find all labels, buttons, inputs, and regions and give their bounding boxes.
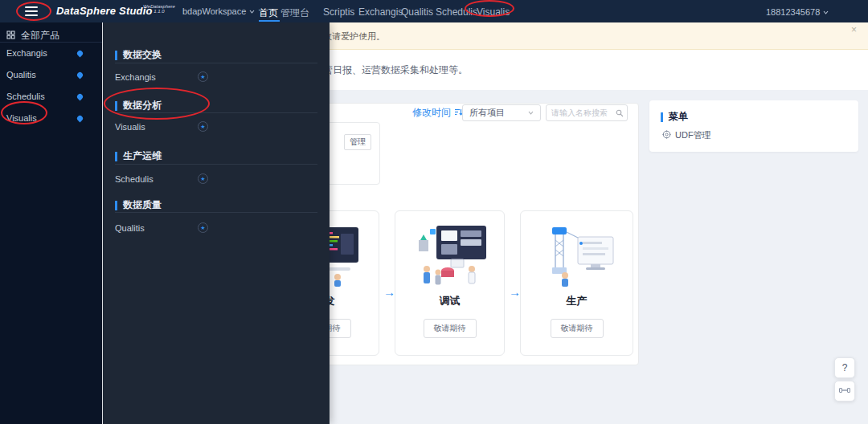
intro-band: 营日报、运营数据采集和处理等。: [330, 50, 868, 90]
user-account-menu[interactable]: 18812345678: [766, 7, 829, 17]
divider: [115, 212, 317, 213]
notice-banner: 敬请爱护使用。 ×: [330, 22, 868, 50]
nav-tab-schedulis[interactable]: Schedulis: [436, 6, 477, 18]
sort-by-modified-control[interactable]: 修改时间: [412, 106, 463, 120]
flyout-item-visualis[interactable]: Visualis ★: [115, 120, 317, 135]
divider: [0, 42, 102, 43]
favorite-star-icon[interactable]: ★: [198, 222, 208, 233]
sidebar-header: 全部产品: [6, 29, 59, 43]
feedback-tool-button[interactable]: [834, 381, 855, 402]
nav-tab-scriptis[interactable]: Scriptis: [323, 6, 354, 18]
workflow-card-label: 生产: [521, 294, 633, 308]
title-accent-bar: [115, 201, 117, 210]
menu-item-label: UDF管理: [675, 129, 711, 141]
divider: [115, 63, 317, 63]
flyout-section-title: 生产运维: [115, 149, 162, 163]
workflow-card-label: 调试: [395, 294, 504, 308]
flyout-section-title: 数据交换: [115, 48, 162, 62]
debug-illustration: [395, 222, 504, 288]
project-filter-value: 所有项目: [469, 107, 505, 119]
nav-tab-qualitis[interactable]: Qualitis: [401, 6, 433, 18]
coming-soon-button[interactable]: 敬请期待: [424, 319, 477, 338]
hamburger-menu-icon[interactable]: [25, 6, 38, 16]
tool-icon: [839, 385, 850, 397]
workflow-card-debug[interactable]: 调试 敬请期待: [395, 210, 505, 356]
sort-label: 修改时间: [412, 106, 451, 120]
flyout-item-exchangis[interactable]: Exchangis ★: [115, 71, 317, 85]
pin-icon[interactable]: [76, 50, 84, 58]
nav-tab-exchangis[interactable]: Exchangis: [358, 6, 403, 18]
close-icon[interactable]: ×: [851, 24, 857, 35]
flyout-section-title: 数据质量: [115, 198, 162, 212]
intro-text: 营日报、运营数据采集和处理等。: [323, 63, 468, 77]
nav-tab-visualis[interactable]: Visualis: [477, 6, 510, 18]
sidebar-item-exchangis[interactable]: Exchangis: [0, 46, 102, 62]
workflow-card-production[interactable]: 生产 敬请期待: [520, 210, 633, 356]
divider: [115, 112, 317, 113]
product-sidebar: 全部产品 Exchangis Qualitis Schedulis Visual…: [0, 22, 102, 424]
title-accent-bar: [115, 51, 117, 60]
flyout-item-qualitis[interactable]: Qualitis ★: [115, 222, 317, 236]
search-icon: [616, 106, 624, 120]
arrow-icon: →: [383, 285, 395, 299]
pin-icon[interactable]: [76, 93, 84, 101]
title-accent-bar: [115, 152, 117, 161]
sidebar-item-visualis[interactable]: Visualis: [0, 111, 102, 127]
app-logo: DataSphere Studio: [56, 5, 153, 17]
flyout-item-schedulis[interactable]: Schedulis ★: [115, 173, 317, 187]
favorite-star-icon[interactable]: ★: [198, 173, 208, 184]
menu-panel-title: 菜单: [661, 110, 688, 124]
pin-icon[interactable]: [76, 71, 84, 80]
grid-icon: [6, 31, 15, 42]
chevron-down-icon: [249, 9, 255, 14]
logo-version: WeDatasphere 1.1.0: [143, 4, 175, 14]
question-icon: ?: [842, 362, 848, 373]
coming-soon-button[interactable]: 敬请期待: [551, 319, 604, 338]
top-header: DataSphere Studio WeDatasphere 1.1.0 bda…: [0, 0, 868, 22]
search-box: [546, 104, 628, 121]
udf-gear-icon: [662, 130, 671, 141]
nav-tab-home[interactable]: 首页: [259, 6, 278, 20]
pin-icon[interactable]: [76, 115, 84, 123]
project-filter-select[interactable]: 所有项目: [462, 104, 541, 121]
favorite-star-icon[interactable]: ★: [198, 71, 208, 82]
favorite-star-icon[interactable]: ★: [198, 121, 208, 132]
notice-text: 敬请爱护使用。: [323, 31, 385, 43]
app-root: 敬请爱护使用。 × 营日报、运营数据采集和处理等。 修改时间 所有项目 管理: [0, 0, 868, 424]
title-accent-bar: [115, 101, 117, 111]
nav-tab-console[interactable]: 管理台: [280, 6, 309, 20]
manage-button[interactable]: 管理: [344, 134, 371, 150]
sidebar-item-qualitis[interactable]: Qualitis: [0, 67, 102, 84]
product-flyout-menu: 数据交换 Exchangis ★ 数据分析 Visualis ★ 生产运维 Sc…: [103, 22, 330, 424]
menu-item-udf[interactable]: UDF管理: [662, 129, 711, 141]
production-illustration: [521, 222, 633, 288]
workspace-selector[interactable]: bdapWorkspace: [182, 6, 255, 16]
title-accent-bar: [661, 112, 663, 122]
chevron-down-icon: [823, 10, 829, 15]
search-input[interactable]: [551, 108, 616, 117]
arrow-icon: →: [509, 285, 521, 299]
sidebar-title: 全部产品: [21, 29, 59, 43]
help-button[interactable]: ?: [834, 357, 855, 378]
sidebar-item-schedulis[interactable]: Schedulis: [0, 89, 102, 105]
menu-panel: 菜单 UDF管理: [649, 100, 858, 152]
flyout-section-title: 数据分析: [115, 99, 162, 112]
chevron-down-icon: [528, 110, 534, 116]
active-tab-underline: [259, 20, 280, 22]
divider: [115, 164, 317, 165]
